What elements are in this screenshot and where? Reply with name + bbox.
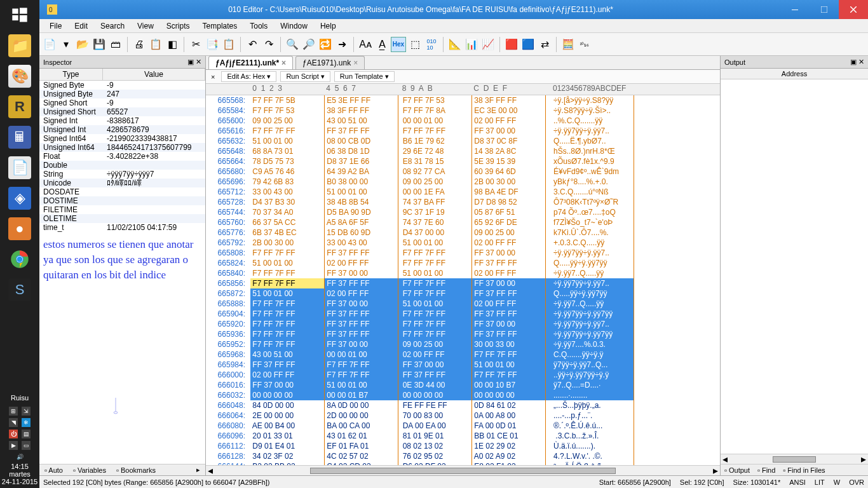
tool-icon[interactable]: 📐 (447, 37, 463, 52)
inspector-row[interactable]: Signed Short-9 (39, 98, 205, 107)
paint-icon[interactable]: 🎨 (0, 61, 39, 92)
maximize-button[interactable] (810, 0, 839, 19)
hex-row[interactable]: 666112: D9 01 E4 01 EF 01 FA 01 08 02 13… (206, 441, 720, 451)
hex-row[interactable]: 665776: 6B 37 4B EC 15 DB 60 9D D4 37 00… (206, 227, 720, 238)
start-button[interactable] (0, 0, 39, 30)
inspector-row[interactable]: OLETIME (39, 214, 205, 223)
hex-row[interactable]: 665936: F7 FF 7F FF FF 37 FF FF F7 FF 7F… (206, 329, 720, 339)
hex-row[interactable]: 665792: 2B 00 30 00 33 00 43 00 51 00 01… (206, 238, 720, 248)
tray-icon[interactable]: ▤ (22, 430, 31, 438)
hex-row[interactable]: 665744: 70 37 34 A0 D5 BA 90 9D 9C 37 1F… (206, 207, 720, 217)
binary-icon[interactable]: ⬚ (407, 37, 423, 52)
hex-row[interactable]: 665920: F7 FF 7F FF FF 37 FF FF F7 FF 7F… (206, 319, 720, 329)
compare-icon[interactable]: ⇄ (537, 37, 552, 52)
run-script-dropdown[interactable]: Run Script ▾ (280, 71, 330, 82)
hex-row[interactable]: 665824: 51 00 01 00 02 00 FF FF F7 FF 7F… (206, 258, 720, 268)
tray-icon[interactable]: ⇲ (22, 407, 31, 416)
close-tab-icon[interactable]: × (353, 58, 358, 67)
run-template-dropdown[interactable]: Run Template ▾ (334, 71, 395, 82)
hex-row[interactable]: 665984: FF 37 FF FF F7 FF 7F FF FF 37 00… (206, 360, 720, 370)
open-icon[interactable]: 📂 (75, 37, 90, 52)
inspector-row[interactable]: Double (39, 161, 205, 170)
script-icon[interactable]: ¹⁰₁₆ (577, 37, 592, 52)
file-tab[interactable]: ƒAƒjƒE2111).unk*× (208, 56, 293, 69)
menu-edit[interactable]: Edit (68, 22, 94, 30)
hex-row[interactable]: 665568: F7 FF 7F 5B E5 3E FF FF F7 FF 7F… (206, 95, 720, 105)
file-tab[interactable]: ƒAE1971).unk× (295, 56, 365, 69)
hex-row[interactable]: 666096: 20 01 33 01 43 01 62 01 81 01 9E… (206, 431, 720, 441)
hex-row[interactable]: 666016: FF 37 00 00 51 00 01 00 0E 3D 44… (206, 380, 720, 390)
menu-search[interactable]: Search (94, 22, 131, 30)
cut-icon[interactable]: ✂ (188, 37, 203, 52)
hex-row[interactable]: 665728: D4 37 B3 30 38 4B 8B 54 74 37 BA… (206, 197, 720, 207)
find-icon[interactable]: 🔍 (285, 37, 300, 52)
hex-row[interactable]: 665760: 66 37 5A CC A5 8A 6F 5F 74 37 7E… (206, 217, 720, 227)
highlight1-icon[interactable]: 🟥 (504, 37, 519, 52)
hex-row[interactable]: 665696: 79 42 6B 83 B0 38 00 00 09 00 25… (206, 177, 720, 187)
hex-row[interactable]: 666064: 2E 00 00 00 2D 00 00 00 70 00 83… (206, 410, 720, 421)
menu-tools[interactable]: Tools (243, 22, 274, 30)
left-tab-bookmarks[interactable]: ▫ Bookmarks (111, 466, 161, 474)
hex-row[interactable]: 665600: 09 00 25 00 43 00 51 00 00 00 01… (206, 116, 720, 126)
hex-row[interactable]: 665680: C9 A5 76 46 64 39 A2 BA 08 92 77… (206, 166, 720, 177)
menu-templates[interactable]: Templates (196, 22, 244, 30)
app-dark-icon[interactable]: S (0, 274, 39, 305)
close-tab-icon[interactable]: × (281, 58, 286, 67)
tray-icon[interactable]: ▶ (9, 441, 18, 450)
highlight2-icon[interactable]: 🟦 (520, 37, 536, 52)
hex-toggle-icon[interactable]: Hex (391, 37, 406, 52)
inspector-row[interactable]: String÷ÿÿÿ7ÿÿ÷ÿÿÿ7 (39, 170, 205, 179)
output-scrollbar[interactable]: ◂ ▸ (721, 454, 868, 464)
hex-row[interactable]: 665632: 51 00 01 00 08 00 CB 0D B6 1E 79… (206, 136, 720, 146)
output-header[interactable]: Output ▣✕ (721, 56, 868, 69)
hex-row[interactable]: 665856: F7 FF 7F FF FF 37 FF FF F7 FF 7F… (206, 278, 720, 288)
th-value[interactable]: Value (103, 69, 205, 80)
hex-row[interactable]: 666000: 02 00 FF FF F7 FF 7F FF FF 37 FF… (206, 370, 720, 380)
right-tab-output[interactable]: ▫ Output (721, 466, 754, 474)
tray-icon[interactable]: ⏻ (9, 430, 18, 438)
tray-icon[interactable]: ❄ (22, 418, 31, 427)
app-blue-icon[interactable]: ◈ (0, 183, 39, 214)
save-icon[interactable]: 💾 (92, 37, 107, 52)
inspector-row[interactable]: Unsigned Byte247 (39, 90, 205, 98)
inspector-row[interactable]: DOSDATE (39, 187, 205, 196)
inspector-header[interactable]: Inspector ▣✕ (39, 56, 205, 69)
panel-controls[interactable]: ▣✕ (850, 58, 864, 66)
inspector-row[interactable]: Float-3.402822e+38 (39, 152, 205, 161)
menu-scripts[interactable]: Scripts (160, 22, 196, 30)
inspector-row[interactable]: DOSTIME (39, 196, 205, 205)
hex-row[interactable]: 665968: 43 00 51 00 00 00 01 00 02 00 FF… (206, 349, 720, 360)
menu-help[interactable]: Help (314, 22, 342, 30)
hex-row[interactable]: 665952: F7 FF 7F FF FF 37 00 00 09 00 25… (206, 339, 720, 349)
left-tab-auto[interactable]: ▫ Auto (39, 466, 68, 474)
findnext-icon[interactable]: 🔎 (301, 37, 316, 52)
calculator-icon[interactable]: 🖩 (0, 122, 39, 152)
hex-scrollbar[interactable]: ◂ ▸ (206, 465, 720, 475)
tray-icon[interactable]: ◥ (9, 418, 18, 427)
inspector-row[interactable]: Unsigned Short65527 (39, 107, 205, 116)
file-explorer-icon[interactable]: 📁 (0, 30, 39, 61)
print-icon[interactable]: 🖨 (132, 37, 147, 52)
right-tab-find[interactable]: ▫ Find (754, 466, 779, 474)
notepad-icon[interactable]: 📄 (0, 152, 39, 183)
hex-row[interactable]: 665616: F7 FF 7F FF FF 37 FF FF F7 FF 7F… (206, 126, 720, 136)
tray-icon[interactable]: ▭ (22, 441, 31, 450)
inspector-row[interactable]: time_t11/02/2105 04:17:59 (39, 223, 205, 232)
hex-row[interactable]: 666080: AE 00 B4 00 BA 00 CA 00 DA 00 EA… (206, 421, 720, 431)
app-orange-icon[interactable]: ● (0, 214, 39, 244)
copy-icon[interactable]: 📑 (205, 37, 220, 52)
hex-row[interactable]: 665904: F7 FF 7F FF FF 37 FF FF F7 FF 7F… (206, 309, 720, 319)
hex-row[interactable]: 666048: 84 0D 00 00 8A 0D 00 00 FE FF FE… (206, 400, 720, 410)
app-r-icon[interactable]: R (0, 92, 39, 122)
panel-controls[interactable]: ▣✕ (187, 58, 201, 66)
toggle-icon[interactable]: ◧ (165, 37, 180, 52)
hex-row[interactable]: 665808: F7 FF 7F FF FF 37 FF FF F7 FF 7F… (206, 248, 720, 258)
title-bar[interactable]: 0 010 Editor - C:\Users\Ruisu010\Desktop… (39, 0, 868, 19)
left-tab-variables[interactable]: ▫ Variables (68, 466, 111, 474)
inspector-row[interactable]: Signed Byte-9 (39, 81, 205, 90)
close-file-icon[interactable]: × (208, 73, 217, 81)
list-icon[interactable]: 📋 (148, 37, 163, 52)
inspector-row[interactable]: Unicodeﾛﾀ/嶧ﾛﾛ/嶧 (39, 179, 205, 187)
edit-as-dropdown[interactable]: Edit As: Hex ▾ (221, 71, 276, 82)
fontbig-icon[interactable]: A̲ (374, 37, 390, 52)
